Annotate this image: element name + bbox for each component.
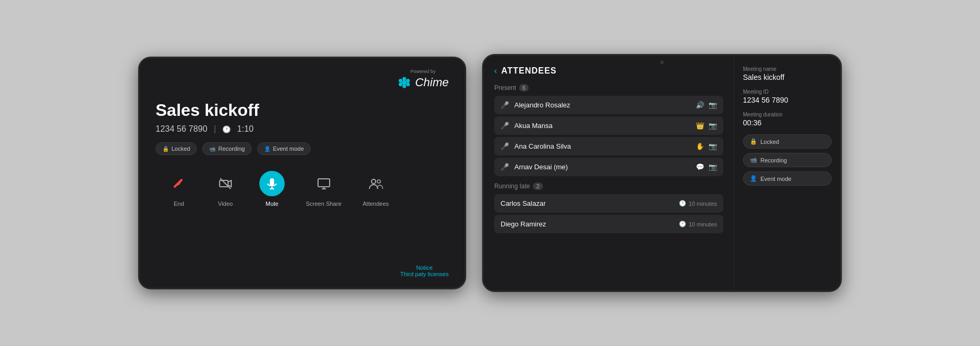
event-icon: 👤	[264, 146, 270, 152]
back-button[interactable]: ‹	[494, 66, 497, 76]
screen-share-icon-wrap	[311, 171, 337, 196]
late-time: 🕐 10 minutes	[679, 221, 717, 227]
svg-point-0	[403, 77, 406, 81]
video-icon: 📷	[709, 163, 717, 171]
third-party-link[interactable]: Third paty licenses	[400, 271, 449, 277]
late-row: Carlos Salazar 🕐 10 minutes	[494, 194, 723, 213]
attendee-row: 🎤 Ana Carolina Silva ✋ 📷	[494, 137, 723, 156]
mic-muted-icon: 🎤	[501, 163, 509, 171]
late-row: Diego Ramirez 🕐 10 minutes	[494, 215, 723, 233]
lock-info-icon: 🔒	[750, 138, 757, 145]
late-minutes: 10 minutes	[688, 221, 717, 227]
attendees-icon	[368, 176, 383, 191]
meeting-id-label: Meeting ID	[743, 89, 832, 95]
video-label: Video	[218, 201, 233, 207]
attendees-panel: ‹ ATTENDEES Present 6 🎤 Alejandro Rosale…	[484, 56, 734, 290]
mute-button[interactable]: Mute	[259, 171, 285, 207]
attendee-name: Ana Carolina Silva	[514, 142, 571, 150]
chat-icon: 💬	[696, 163, 704, 171]
mute-label: Mute	[266, 201, 278, 207]
attendee-row: 🎤 Arnav Desai (me) 💬 📷	[494, 158, 723, 176]
late-time: 🕐 10 minutes	[679, 200, 717, 207]
notice-link[interactable]: Notice	[400, 265, 449, 271]
svg-point-1	[406, 79, 410, 83]
meeting-duration-label: Meeting duration	[743, 112, 832, 117]
event-mode-info-badge: 👤 Event mode	[743, 171, 832, 186]
present-label: Present	[494, 84, 516, 92]
notice-links: Notice Third paty licenses	[400, 265, 449, 277]
event-mode-info-label: Event mode	[760, 176, 792, 182]
video-icon: 📷	[709, 142, 717, 150]
record-icon: 📹	[209, 146, 215, 152]
record-info-icon: 📹	[750, 157, 757, 163]
info-badges: 🔒 Locked 📹 Recording 👤 Event mode	[743, 134, 832, 186]
tablet-attendees: ‹ ATTENDEES Present 6 🎤 Alejandro Rosale…	[482, 54, 842, 292]
recording-label: Recording	[218, 145, 244, 152]
video-icon-wrap	[213, 171, 238, 196]
attendees-label: Attendees	[362, 201, 389, 207]
attendees-title: ATTENDEES	[501, 66, 557, 76]
svg-point-18	[377, 180, 380, 183]
meeting-duration: 1:10	[237, 124, 253, 134]
svg-point-17	[371, 179, 376, 184]
end-icon-wrap	[166, 171, 192, 196]
svg-point-5	[399, 79, 403, 83]
locked-info-label: Locked	[760, 139, 779, 145]
running-late-label: Running late	[494, 183, 530, 190]
recording-info-badge: 📹 Recording	[743, 153, 832, 167]
chime-branding: Powered by Chime	[397, 69, 449, 90]
crown-icon: 👑	[696, 122, 704, 130]
svg-rect-10	[270, 178, 274, 186]
event-mode-badge: 👤 Event mode	[257, 142, 311, 155]
lock-icon: 🔒	[162, 146, 169, 152]
attendee-name: Arnav Desai (me)	[514, 163, 568, 171]
attendees-header: ‹ ATTENDEES	[494, 66, 723, 76]
video-button[interactable]: Video	[213, 171, 238, 207]
meeting-name-value: Sales kickoff	[743, 73, 832, 81]
event-info-icon: 👤	[750, 175, 757, 182]
attendee-left: 🎤 Arnav Desai (me)	[501, 163, 568, 171]
locked-label: Locked	[171, 145, 190, 152]
status-badges: 🔒 Locked 📹 Recording 👤 Event mode	[156, 142, 449, 155]
separator: |	[214, 124, 216, 134]
svg-point-4	[399, 83, 403, 86]
mic-muted-icon: 🎤	[501, 101, 509, 109]
present-count: 6	[519, 84, 529, 92]
locked-badge: 🔒 Locked	[156, 142, 197, 155]
meeting-meta: 1234 56 7890 | 🕐 1:10	[156, 124, 449, 134]
late-attendee-name: Diego Ramirez	[501, 220, 546, 228]
recording-info-label: Recording	[760, 157, 787, 163]
meeting-duration-value: 00:36	[743, 119, 832, 127]
hand-raise-icon: ✋	[696, 142, 704, 150]
attendees-button[interactable]: Attendees	[362, 171, 389, 207]
attendee-name: Alejandro Rosalez	[514, 101, 570, 109]
mic-muted-icon: 🎤	[501, 122, 509, 130]
attendee-action-icons: ✋ 📷	[696, 142, 717, 150]
attendee-action-icons: 🔊 📷	[696, 101, 717, 109]
event-mode-label: Event mode	[273, 145, 304, 152]
attendee-left: 🎤 Ana Carolina Silva	[501, 142, 571, 150]
mute-icon-wrap	[259, 171, 285, 196]
attendee-name: Akua Mansa	[514, 122, 552, 130]
attendee-action-icons: 💬 📷	[696, 163, 717, 171]
late-minutes: 10 minutes	[688, 201, 717, 207]
svg-rect-7	[173, 178, 183, 188]
attendees-screen: ‹ ATTENDEES Present 6 🎤 Alejandro Rosale…	[484, 56, 840, 290]
end-call-icon	[171, 176, 186, 191]
screen-share-button[interactable]: Screen Share	[306, 171, 341, 207]
attendee-row: 🎤 Akua Mansa 👑 📷	[494, 116, 723, 135]
end-call-button[interactable]: End	[166, 171, 192, 207]
svg-point-6	[402, 80, 407, 85]
clock-icon: 🕐	[679, 200, 686, 207]
meeting-title: Sales kickoff	[156, 101, 449, 120]
svg-point-3	[403, 85, 406, 88]
speaker-icon: 🔊	[696, 101, 704, 109]
svg-rect-13	[318, 179, 330, 187]
attendee-left: 🎤 Akua Mansa	[501, 122, 552, 130]
call-controls: End Video	[156, 171, 449, 207]
chime-logo: Chime	[397, 75, 449, 90]
running-late-count: 2	[533, 183, 542, 190]
screen-share-label: Screen Share	[306, 201, 341, 207]
present-section-header: Present 6	[494, 84, 723, 92]
mic-icon	[265, 176, 279, 191]
